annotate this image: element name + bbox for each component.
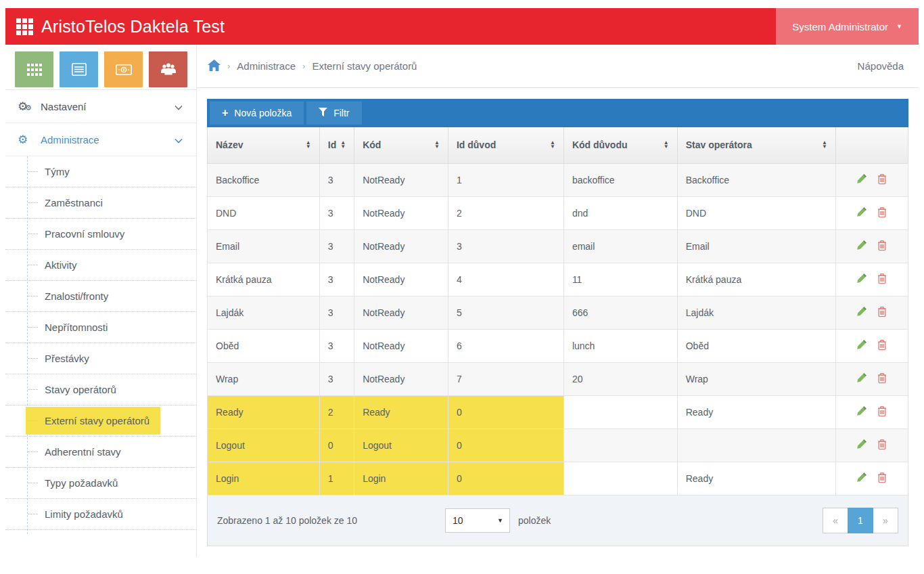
sidebar-item-nepritomnosti[interactable]: Nepřítomnosti [5, 312, 196, 343]
column-header-stav-operatora[interactable]: Stav operátora▲▼ [677, 127, 835, 163]
breadcrumb-item-administrace[interactable]: Administrace [237, 60, 296, 72]
edit-pencil-icon[interactable] [856, 173, 867, 186]
sort-icon[interactable]: ▲▼ [664, 141, 669, 149]
sidebar-item-administrace[interactable]: ⚙ Administrace [5, 123, 196, 156]
sidebar-item-label: Nepřítomnosti [45, 322, 108, 333]
cell-kod-duvodu [563, 462, 677, 495]
delete-trash-icon[interactable] [877, 240, 887, 253]
table-row: Wrap3NotReady720Wrap [208, 362, 908, 395]
chevron-down-icon [175, 134, 183, 146]
sidebar-item-label: Zaměstnanci [45, 197, 103, 208]
edit-pencil-icon[interactable] [856, 405, 867, 418]
edit-pencil-icon[interactable] [856, 273, 867, 286]
cell-id: 0 [319, 428, 354, 462]
cell-kod-duvodu: 11 [563, 263, 677, 296]
sidebar-item-label: Nastavení [41, 101, 87, 112]
edit-pencil-icon[interactable] [856, 439, 867, 451]
chevron-down-icon [175, 101, 183, 112]
table-row: Login1Login0Ready [208, 462, 908, 495]
sidebar-item-nastaveni[interactable]: ⚙⚙ Nastavení [5, 90, 196, 123]
delete-trash-icon[interactable] [877, 339, 887, 353]
delete-trash-icon[interactable] [877, 273, 887, 286]
delete-trash-icon[interactable] [877, 405, 887, 419]
delete-trash-icon[interactable] [877, 173, 887, 187]
row-actions [835, 462, 908, 495]
people-app-button[interactable] [149, 51, 187, 87]
list-app-button[interactable] [60, 51, 98, 87]
sidebar: ⚙⚙ Nastavení ⚙ Administrace TýmyZaměstna… [5, 45, 197, 557]
sort-icon[interactable]: ▲▼ [434, 141, 440, 149]
sort-icon[interactable]: ▲▼ [340, 141, 346, 149]
sidebar-item-label: Pracovní smlouvy [45, 228, 124, 240]
sort-icon[interactable]: ▲▼ [306, 141, 311, 149]
page-size-select-wrap: 10 ▼ [445, 508, 510, 533]
cell-id-duvod: 7 [448, 362, 563, 395]
edit-pencil-icon[interactable] [856, 372, 867, 385]
cell-kod: Login [354, 462, 448, 495]
cell-kod: NotReady [354, 229, 448, 263]
cell-kod-duvodu: backoffice [563, 163, 677, 196]
help-link[interactable]: Nápověda [858, 60, 904, 72]
edit-pencil-icon[interactable] [856, 306, 867, 319]
edit-pencil-icon[interactable] [856, 339, 867, 352]
pagination-page-1-button[interactable]: 1 [848, 508, 873, 533]
cell-id-duvod: 3 [448, 229, 563, 263]
page-size-suffix: položek [518, 515, 551, 526]
cell-kod: NotReady [354, 362, 448, 395]
column-header-kod[interactable]: Kód▲▼ [354, 127, 448, 163]
page-size-select[interactable]: 10 [445, 508, 510, 533]
caret-down-icon: ▼ [896, 24, 902, 30]
sidebar-item-zamestnanci[interactable]: Zaměstnanci [5, 187, 196, 219]
cell-id-duvod: 0 [448, 462, 563, 495]
delete-trash-icon[interactable] [877, 372, 887, 386]
delete-trash-icon[interactable] [877, 472, 887, 485]
table-row: Ready2Ready0Ready [208, 395, 908, 428]
sidebar-item-tymy[interactable]: Týmy [5, 156, 196, 187]
cell-kod-duvodu [563, 428, 677, 462]
edit-pencil-icon[interactable] [856, 206, 867, 219]
app-grid-logo-icon [16, 18, 33, 35]
sort-icon[interactable]: ▲▼ [550, 141, 555, 149]
sidebar-item-adherentni-stavy[interactable]: Adherentní stavy [5, 437, 196, 468]
gears-icon: ⚙⚙ [18, 100, 41, 114]
sidebar-item-label: Adherentní stavy [45, 446, 121, 458]
cell-stav-operatora: Oběd [677, 329, 835, 362]
cell-nazev: Email [208, 229, 320, 263]
sidebar-item-externi-stavy-operatoru[interactable]: Externí stavy operátorů [5, 405, 196, 437]
sidebar-item-stavy-operatoru[interactable]: Stavy operátorů [5, 374, 196, 405]
cell-kod-duvodu: dnd [563, 196, 677, 229]
sidebar-item-pracovni-smlouvy[interactable]: Pracovní smlouvy [5, 219, 196, 250]
column-header-id[interactable]: Id▲▼ [319, 127, 354, 163]
filter-button[interactable]: Filtr [306, 102, 361, 125]
sort-icon[interactable]: ▲▼ [822, 141, 827, 149]
cell-nazev: Backoffice [208, 163, 320, 196]
sidebar-item-limity-pozadavku[interactable]: Limity požadavků [5, 499, 196, 530]
user-menu[interactable]: System Administrator ▼ [776, 8, 919, 45]
cell-nazev: DND [208, 196, 320, 229]
home-icon[interactable] [208, 60, 221, 73]
delete-trash-icon[interactable] [877, 206, 887, 220]
money-app-button[interactable] [104, 51, 143, 87]
column-header-id-duvod[interactable]: Id důvod▲▼ [448, 127, 563, 163]
cell-stav-operatora: Backoffice [677, 163, 835, 196]
pagination-prev-button[interactable]: « [823, 508, 848, 533]
sidebar-item-prestavky[interactable]: Přestávky [5, 343, 196, 374]
delete-trash-icon[interactable] [877, 439, 887, 452]
edit-pencil-icon[interactable] [856, 240, 867, 252]
table-row: Logout0Logout0 [208, 428, 908, 462]
grid-icon [27, 64, 42, 76]
cell-kod: NotReady [354, 296, 448, 329]
new-item-button[interactable]: + Nová položka [210, 102, 304, 125]
grid-app-button[interactable] [15, 51, 53, 87]
table-row: DND3NotReady2dndDND [208, 196, 908, 229]
delete-trash-icon[interactable] [877, 306, 887, 319]
sidebar-item-aktivity[interactable]: Aktivity [5, 250, 196, 281]
sidebar-item-label: Týmy [45, 166, 70, 177]
column-header-nazev[interactable]: Název▲▼ [208, 127, 320, 163]
edit-pencil-icon[interactable] [856, 472, 867, 485]
cell-kod-duvodu [563, 395, 677, 428]
pagination-next-button[interactable]: » [873, 508, 898, 533]
sidebar-item-typy-pozadavku[interactable]: Typy požadavků [5, 468, 196, 499]
sidebar-item-znalosti-fronty[interactable]: Znalosti/fronty [5, 281, 196, 312]
column-header-kod-duvodu[interactable]: Kód důvodu▲▼ [563, 127, 677, 163]
